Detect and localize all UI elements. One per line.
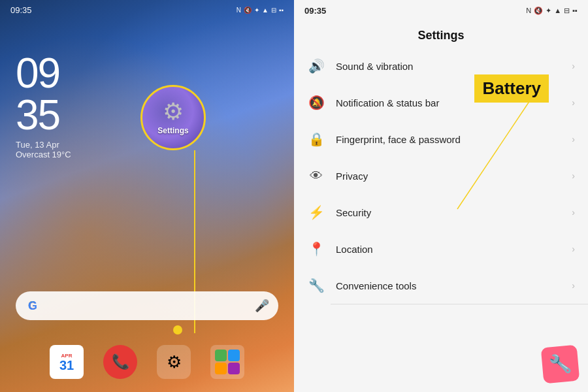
chevron-convenience: › xyxy=(572,280,575,291)
yellow-dot-indicator xyxy=(173,325,182,335)
status-icons-right: N 🔇 ✦ ▲ ⊟ ▪▪ xyxy=(526,7,578,15)
watermark-badge: 🔧 xyxy=(542,346,581,385)
convenience-label: Convenience tools xyxy=(336,280,572,291)
settings-icon-label: Settings xyxy=(157,126,188,135)
battery-annotation-box: Battery xyxy=(474,74,549,103)
status-time-right: 09:35 xyxy=(304,6,326,16)
search-bar[interactable]: G 🎤 xyxy=(16,291,278,320)
bottom-dock: APR 31 📞 ⚙ xyxy=(0,345,294,379)
google-logo: G xyxy=(25,298,41,314)
sound-icon: 🔊 xyxy=(307,57,325,75)
clock-hour: 09 xyxy=(16,50,59,97)
settings-page-title: Settings xyxy=(294,21,588,48)
fingerprint-icon: 🔒 xyxy=(307,130,325,148)
watermark-icon: 🔧 xyxy=(541,345,580,384)
chevron-location: › xyxy=(572,244,575,254)
status-bar-right: 09:35 N 🔇 ✦ ▲ ⊟ ▪▪ xyxy=(294,0,588,21)
signal-icon-right: N xyxy=(526,7,531,14)
dock-apps-icon[interactable] xyxy=(210,345,244,379)
bluetooth-icon: ✦ xyxy=(254,7,259,14)
convenience-icon: 🔧 xyxy=(307,276,325,295)
settings-item-location[interactable]: 📍 Location › xyxy=(294,231,588,267)
fingerprint-label: Fingerprint, face & password xyxy=(336,134,572,145)
clock-minute: 35 xyxy=(16,91,59,139)
location-icon: 📍 xyxy=(307,240,325,258)
screen-icon: ⊟ xyxy=(271,7,276,14)
settings-item-security[interactable]: ⚡ Security › xyxy=(294,194,588,231)
right-settings-panel: 09:35 N 🔇 ✦ ▲ ⊟ ▪▪ Settings Battery 🔊 So… xyxy=(294,0,588,392)
dock-calendar-icon[interactable]: APR 31 xyxy=(50,345,84,379)
security-label: Security xyxy=(336,207,572,218)
battery-annotation-text: Battery xyxy=(482,78,541,98)
mute-icon: 🔇 xyxy=(244,7,252,14)
bluetooth-icon-right: ✦ xyxy=(546,7,551,15)
clock-date: Tue, 13 Apr Overcast 19°C xyxy=(16,140,71,159)
settings-item-convenience[interactable]: 🔧 Convenience tools › xyxy=(294,267,588,304)
signal-icon: N xyxy=(237,7,241,14)
sound-label: Sound & vibration xyxy=(336,61,572,72)
clock-widget: 09 35 Tue, 13 Apr Overcast 19°C xyxy=(16,52,71,159)
chevron-fingerprint: › xyxy=(572,134,575,144)
apps-grid-cell-4 xyxy=(228,363,240,374)
chevron-privacy: › xyxy=(572,171,575,181)
notification-icon: 🔕 xyxy=(307,93,325,112)
chevron-sound: › xyxy=(572,61,575,71)
apps-grid-cell-2 xyxy=(228,350,240,361)
privacy-label: Privacy xyxy=(336,171,572,182)
apps-grid-cell-1 xyxy=(215,350,227,361)
battery-icon-right: ▪▪ xyxy=(572,7,578,14)
status-icons-left: N 🔇 ✦ ▲ ⊟ ▪▪ xyxy=(237,7,284,14)
security-icon: ⚡ xyxy=(307,203,325,221)
wifi-icon: ▲ xyxy=(262,7,269,14)
dock-phone-icon[interactable]: 📞 xyxy=(103,345,137,379)
status-bar-left: 09:35 N 🔇 ✦ ▲ ⊟ ▪▪ xyxy=(0,5,294,15)
settings-item-privacy[interactable]: 👁 Privacy › xyxy=(294,157,588,194)
battery-icon-left: ▪▪ xyxy=(279,7,284,14)
settings-app-icon[interactable]: ⚙ Settings xyxy=(140,85,206,150)
screen-icon-right: ⊟ xyxy=(564,7,570,15)
clock-time: 09 35 xyxy=(16,52,71,136)
left-phone-panel: 09:35 N 🔇 ✦ ▲ ⊟ ▪▪ 09 35 Tue, 13 Apr Ove… xyxy=(0,0,294,392)
status-time-left: 09:35 xyxy=(10,5,32,15)
chevron-notification: › xyxy=(572,97,575,108)
apps-grid-cell-3 xyxy=(215,363,227,374)
chevron-security: › xyxy=(572,207,575,218)
location-label: Location xyxy=(336,244,572,255)
wifi-icon-right: ▲ xyxy=(554,7,561,14)
dock-settings-icon[interactable]: ⚙ xyxy=(157,345,191,379)
gear-icon: ⚙ xyxy=(163,100,184,123)
microphone-icon[interactable]: 🎤 xyxy=(255,299,269,313)
settings-item-fingerprint[interactable]: 🔒 Fingerprint, face & password › xyxy=(294,121,588,157)
mute-icon-right: 🔇 xyxy=(534,7,543,15)
privacy-icon: 👁 xyxy=(307,167,325,185)
